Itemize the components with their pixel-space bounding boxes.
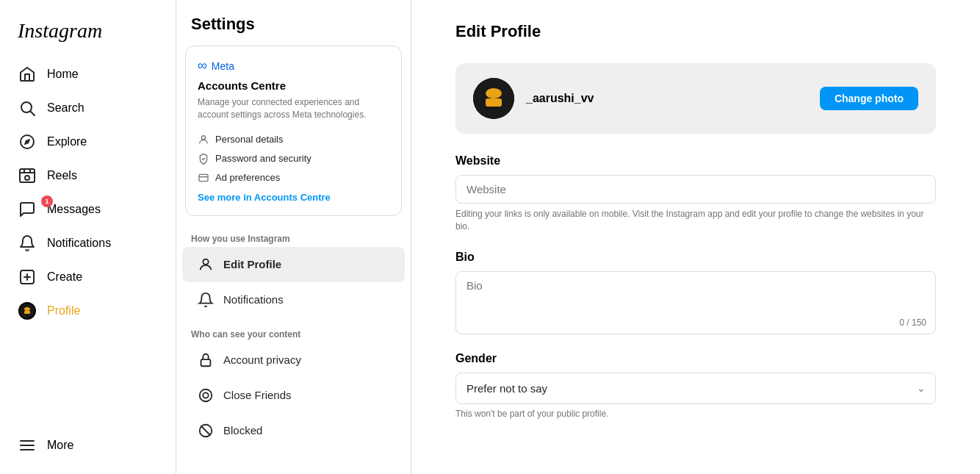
- svg-rect-14: [24, 311, 30, 314]
- person-icon: [198, 134, 209, 146]
- menu-item-account-privacy-label: Account privacy: [223, 353, 301, 366]
- sidebar-item-profile[interactable]: Profile: [9, 294, 167, 328]
- accounts-centre-desc: Manage your connected experiences and ac…: [198, 96, 389, 121]
- menu-item-notifications[interactable]: Notifications: [182, 282, 405, 317]
- profile-username: _aarushi_vv: [526, 92, 594, 105]
- menu-item-edit-profile[interactable]: Edit Profile: [182, 247, 405, 282]
- blocked-icon: [197, 422, 215, 439]
- bio-section: Bio 0 / 150: [455, 251, 936, 334]
- menu-item-account-privacy[interactable]: Account privacy: [182, 342, 405, 378]
- bell-icon: [197, 291, 215, 309]
- website-input[interactable]: [455, 175, 936, 204]
- sidebar-item-messages[interactable]: 1 Messages: [9, 193, 167, 226]
- sidebar-item-search-label: Search: [47, 101, 84, 115]
- svg-line-26: [201, 425, 211, 435]
- sidebar-item-more-label: More: [47, 439, 73, 452]
- sidebar-item-search[interactable]: Search: [9, 91, 167, 125]
- sidebar-item-home[interactable]: Home: [9, 57, 167, 91]
- menu-item-close-friends-label: Close Friends: [223, 389, 292, 401]
- menu-item-edit-profile-label: Edit Profile: [223, 258, 281, 270]
- bio-wrapper: 0 / 150: [455, 271, 936, 334]
- avatar: [473, 78, 514, 119]
- svg-point-18: [201, 135, 205, 139]
- website-label: Website: [455, 154, 936, 168]
- website-section: Website Editing your links is only avail…: [455, 154, 936, 233]
- settings-title: Settings: [176, 0, 411, 46]
- svg-point-13: [24, 307, 30, 311]
- section-label-how-you-use: How you use Instagram: [176, 228, 411, 247]
- reels-icon: [18, 166, 37, 185]
- main-content: Edit Profile _aarushi_vv Change photo We…: [411, 0, 980, 474]
- ac-item-ads-label: Ad preferences: [215, 172, 280, 183]
- sidebar-item-profile-label: Profile: [47, 304, 80, 317]
- bio-textarea[interactable]: [456, 272, 935, 331]
- svg-point-24: [203, 392, 208, 398]
- sidebar-item-more[interactable]: More: [9, 428, 167, 462]
- accounts-centre-title: Accounts Centre: [198, 79, 389, 92]
- sidebar-item-explore-label: Explore: [47, 135, 87, 148]
- svg-point-8: [25, 176, 29, 180]
- shield-icon: [198, 153, 209, 165]
- explore-icon: [18, 132, 37, 151]
- menu-item-close-friends[interactable]: Close Friends: [182, 378, 405, 413]
- sidebar: Instagram Home Search Explore: [0, 0, 176, 474]
- profile-photo-card: _aarushi_vv Change photo: [455, 63, 936, 134]
- sidebar-item-home-label: Home: [47, 68, 79, 81]
- profile-icon: [18, 301, 37, 320]
- menu-item-notifications-label: Notifications: [223, 293, 284, 306]
- gender-section: Gender Prefer not to say Male Female Cus…: [455, 352, 936, 419]
- messages-badge: 1: [41, 195, 53, 207]
- menu-item-blocked-label: Blocked: [223, 424, 262, 437]
- svg-point-23: [200, 389, 212, 401]
- see-more-accounts-centre[interactable]: See more in Accounts Centre: [198, 192, 331, 203]
- profile-photo-left: _aarushi_vv: [473, 78, 594, 119]
- meta-label: Meta: [212, 60, 234, 72]
- home-icon: [18, 65, 37, 84]
- meta-infinity-icon: ∞: [198, 58, 207, 73]
- ac-item-password[interactable]: Password and security: [198, 149, 389, 168]
- instagram-logo: Instagram: [9, 12, 167, 57]
- gender-select[interactable]: Prefer not to say Male Female Custom: [455, 373, 936, 404]
- create-icon: [18, 267, 37, 287]
- lock-icon: [197, 351, 215, 369]
- search-icon: [18, 98, 37, 118]
- gender-label: Gender: [455, 352, 936, 365]
- website-hint: Editing your links is only available on …: [455, 208, 936, 233]
- sidebar-item-reels-label: Reels: [47, 169, 77, 182]
- ac-item-password-label: Password and security: [215, 153, 311, 164]
- ac-item-personal-label: Personal details: [215, 134, 284, 145]
- sidebar-item-messages-label: Messages: [47, 203, 101, 216]
- svg-rect-29: [486, 98, 502, 107]
- sidebar-item-reels[interactable]: Reels: [9, 159, 167, 193]
- notifications-icon: [18, 234, 37, 253]
- bio-counter: 0 / 150: [899, 317, 926, 328]
- svg-line-1: [31, 112, 35, 116]
- ac-item-ads[interactable]: Ad preferences: [198, 168, 389, 187]
- sidebar-item-notifications[interactable]: Notifications: [9, 226, 167, 260]
- messages-icon: 1: [18, 200, 37, 219]
- sidebar-item-create[interactable]: Create: [9, 260, 167, 294]
- ac-item-personal[interactable]: Personal details: [198, 130, 389, 149]
- section-label-who-can-see: Who can see your content: [176, 323, 411, 342]
- more-icon: [18, 436, 37, 455]
- svg-rect-19: [199, 174, 208, 181]
- edit-profile-icon: [197, 256, 215, 273]
- sidebar-item-notifications-label: Notifications: [47, 237, 111, 250]
- gender-select-wrapper: Prefer not to say Male Female Custom ⌄: [455, 373, 936, 404]
- settings-panel: Settings ∞ Meta Accounts Centre Manage y…: [176, 0, 411, 474]
- svg-rect-22: [201, 359, 211, 366]
- sidebar-item-explore[interactable]: Explore: [9, 125, 167, 159]
- close-friends-icon: [197, 387, 215, 404]
- svg-point-21: [203, 259, 208, 264]
- page-title: Edit Profile: [455, 22, 936, 41]
- gender-hint: This won't be part of your public profil…: [455, 409, 936, 419]
- bio-label: Bio: [455, 251, 936, 264]
- ad-icon: [198, 172, 209, 184]
- svg-marker-3: [24, 139, 30, 145]
- sidebar-item-create-label: Create: [47, 270, 82, 284]
- accounts-centre-card: ∞ Meta Accounts Centre Manage your conne…: [185, 46, 402, 216]
- meta-logo: ∞ Meta: [198, 58, 389, 73]
- svg-point-28: [486, 88, 502, 98]
- change-photo-button[interactable]: Change photo: [820, 87, 918, 110]
- menu-item-blocked[interactable]: Blocked: [182, 413, 405, 448]
